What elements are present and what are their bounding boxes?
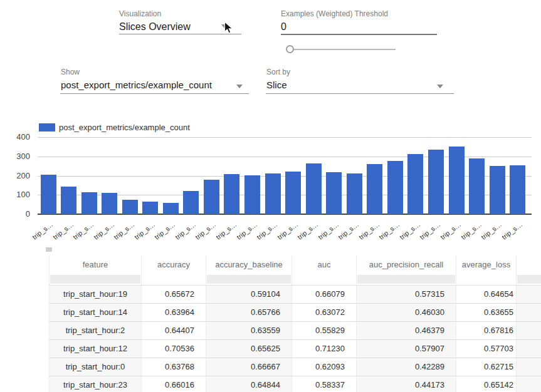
metric-cell: 0.59104	[206, 285, 292, 303]
threshold-input[interactable]: 0	[281, 21, 286, 33]
table-row[interactable]: trip_start_hour:230.660160.648440.583370…	[50, 376, 541, 392]
bar[interactable]	[204, 180, 219, 214]
sort-by-underline	[266, 93, 454, 94]
table-header-cell[interactable]: auc_precision_recall	[357, 255, 456, 274]
metrics-table: featureaccuracyaccuracy_baselineaucauc_p…	[49, 255, 541, 392]
table-filter-row	[50, 274, 541, 285]
metric-cell: 0.46379	[357, 321, 456, 339]
table-header-cell[interactable]: accuracy_baseline	[206, 255, 292, 274]
metric-cell: 0.44173	[357, 376, 456, 392]
sort-by-select[interactable]: Slice	[266, 80, 287, 90]
visualization-underline	[119, 34, 241, 34]
table-row[interactable]: trip_start_hour:120.705360.656250.712300…	[50, 339, 541, 358]
table-row[interactable]: trip_start_hour:20.644070.635590.558290.…	[50, 321, 541, 339]
sort-by-label: Sort by	[266, 68, 290, 76]
metric-cell: 0.65766	[206, 303, 292, 321]
gridline	[38, 137, 532, 138]
bar[interactable]	[449, 147, 465, 214]
metric-cell: 0.63559	[206, 321, 292, 339]
metric-cell: 0.64654	[456, 285, 517, 303]
legend-swatch	[39, 123, 55, 132]
metric-cell: 0.64407	[142, 321, 206, 339]
tfma-slicing-metrics-view: Visualization Slices Overview Examples (…	[0, 0, 541, 392]
table-row[interactable]: trip_start_hour:00.637680.666670.620930.…	[50, 358, 541, 376]
bar[interactable]	[285, 172, 301, 214]
chevron-down-icon[interactable]	[437, 85, 443, 88]
table-header-row: featureaccuracyaccuracy_baselineaucauc_p…	[50, 255, 541, 274]
bar[interactable]	[224, 174, 239, 214]
bar[interactable]	[387, 161, 403, 214]
metric-cell: 0.65142	[456, 376, 517, 392]
bar[interactable]	[183, 191, 199, 214]
visualization-select[interactable]: Slices Overview	[119, 21, 191, 33]
metric-cell	[517, 285, 541, 303]
bar[interactable]	[102, 193, 117, 214]
bar[interactable]	[367, 164, 382, 214]
table-filter-cell	[357, 274, 456, 285]
bar[interactable]	[510, 165, 525, 214]
bar[interactable]	[61, 187, 76, 214]
legend-label: post_export_metrics/example_count	[59, 123, 190, 132]
threshold-label: Examples (Weighted) Threshold	[281, 9, 388, 18]
metric-cell: 0.66079	[292, 285, 357, 303]
table-filter-cell	[142, 274, 206, 285]
table-header-cell[interactable]: auc	[292, 255, 357, 274]
metric-cell	[517, 376, 541, 392]
bar[interactable]	[347, 173, 362, 214]
filter-box	[207, 275, 291, 284]
threshold-slider-track[interactable]	[290, 49, 396, 50]
y-axis-tick-label: 200	[5, 171, 30, 180]
table-header-cell[interactable]	[517, 255, 541, 274]
bar[interactable]	[407, 154, 423, 214]
table-filter-cell	[50, 274, 142, 285]
table-row[interactable]: trip_start_hour:140.639640.657660.630720…	[50, 303, 541, 321]
bar[interactable]	[428, 150, 444, 214]
metric-cell: 0.55829	[292, 321, 357, 339]
table-row[interactable]: trip_start_hour:190.656720.591040.660790…	[50, 285, 541, 303]
table-header-cell[interactable]: average_loss	[456, 255, 517, 274]
bar[interactable]	[142, 202, 158, 214]
feature-cell: trip_start_hour:14	[50, 303, 142, 321]
table-header-cell[interactable]: feature	[50, 255, 142, 274]
table-filter-cell	[517, 274, 541, 285]
bar[interactable]	[81, 192, 97, 214]
bar[interactable]	[490, 166, 505, 214]
bar[interactable]	[469, 158, 485, 214]
bar[interactable]	[306, 163, 322, 214]
metric-cell: 0.66667	[206, 358, 292, 376]
metric-cell: 0.66016	[142, 376, 206, 392]
metric-cell: 0.63768	[142, 358, 206, 376]
bar[interactable]	[326, 172, 342, 214]
metric-cell: 0.63072	[292, 303, 357, 321]
metric-cell: 0.46030	[357, 303, 456, 321]
metric-cell: 0.70536	[142, 339, 206, 358]
show-select[interactable]: post_export_metrics/example_count	[61, 80, 212, 90]
table-filter-cell	[206, 274, 292, 285]
chevron-down-icon[interactable]	[236, 85, 243, 88]
show-underline	[60, 93, 249, 94]
table-header-cell[interactable]: accuracy	[142, 255, 206, 274]
threshold-underline	[281, 34, 437, 35]
feature-cell: trip_start_hour:19	[50, 285, 142, 303]
table-filter-cell	[292, 274, 357, 285]
show-label: Show	[61, 68, 80, 76]
table-corner-chip	[46, 247, 52, 252]
bar[interactable]	[41, 175, 56, 214]
feature-cell: trip_start_hour:2	[50, 321, 142, 339]
metric-cell: 0.57907	[357, 339, 456, 358]
bar[interactable]	[265, 173, 281, 214]
bar[interactable]	[163, 203, 179, 214]
bar[interactable]	[122, 200, 138, 214]
y-axis-tick-label: 0	[5, 209, 30, 219]
metric-cell: 0.62093	[292, 358, 357, 376]
feature-cell: trip_start_hour:12	[50, 339, 142, 358]
bar[interactable]	[244, 175, 260, 214]
metric-cell	[517, 358, 541, 376]
feature-cell: trip_start_hour:23	[50, 376, 142, 392]
filter-box	[357, 275, 455, 284]
feature-cell: trip_start_hour:0	[50, 358, 142, 376]
metric-cell: 0.63655	[456, 303, 517, 321]
metric-cell: 0.71230	[292, 339, 357, 358]
metric-cell	[517, 303, 541, 321]
threshold-slider-thumb[interactable]	[286, 45, 294, 53]
